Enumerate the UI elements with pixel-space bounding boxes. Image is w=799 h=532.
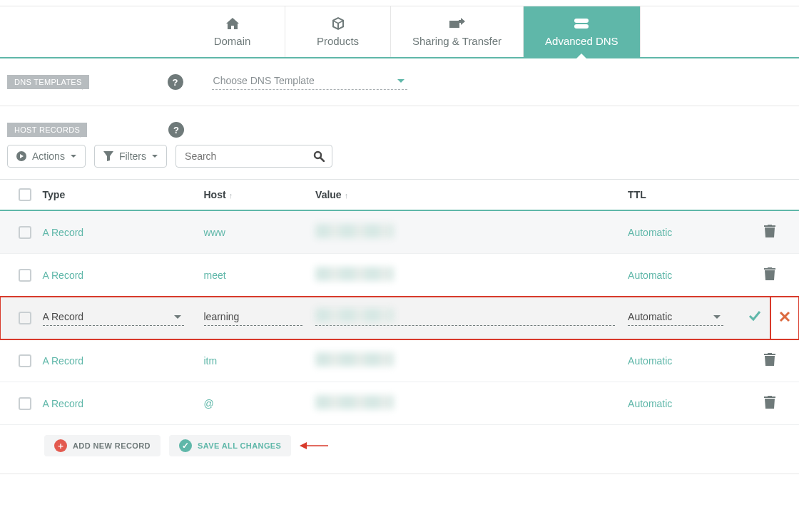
search-input[interactable]: [183, 145, 313, 167]
chevron-down-icon: [152, 155, 158, 160]
checkmark-icon: ✓: [179, 439, 192, 452]
cancel-icon[interactable]: [770, 297, 798, 339]
save-label: SAVE ALL CHANGES: [198, 441, 281, 450]
row-checkbox[interactable]: [19, 312, 31, 324]
host-cell[interactable]: meet: [204, 270, 226, 281]
tabs-spacer: [0, 6, 180, 57]
redacted-value: [315, 308, 394, 322]
svg-rect-0: [574, 19, 589, 23]
chevron-down-icon: [71, 155, 76, 160]
help-icon[interactable]: ?: [168, 74, 183, 90]
delete-icon[interactable]: [764, 225, 775, 240]
ttl-cell[interactable]: Automatic: [628, 270, 672, 281]
row-checkbox[interactable]: [19, 226, 31, 239]
search-icon: [313, 150, 325, 162]
dns-template-select[interactable]: Choose DNS Template: [212, 75, 407, 90]
sort-asc-icon: ↑: [229, 191, 233, 200]
type-select[interactable]: [43, 310, 184, 326]
annotation-arrow-icon: [300, 441, 328, 451]
delete-icon[interactable]: [764, 267, 775, 282]
table-row: A Record@Automatic: [0, 382, 799, 425]
dns-templates-tag: DNS TEMPLATES: [7, 75, 89, 89]
box-icon: [307, 16, 369, 31]
table-row: A RecordmeetAutomatic: [0, 254, 799, 297]
tab-products-label: Products: [307, 35, 369, 47]
funnel-icon: [103, 151, 113, 161]
chevron-down-icon: [174, 315, 181, 322]
filters-label: Filters: [119, 150, 146, 162]
main-tabs: Domain Products Sharing & Transfer Advan…: [0, 6, 799, 58]
tab-products[interactable]: Products: [285, 6, 391, 57]
table-row: [0, 297, 799, 339]
ttl-cell[interactable]: Automatic: [628, 398, 672, 409]
save-all-changes-button[interactable]: ✓ SAVE ALL CHANGES: [169, 435, 291, 456]
host-cell[interactable]: @: [204, 398, 214, 409]
plus-icon: ＋: [54, 439, 67, 452]
col-ttl[interactable]: TTL: [628, 189, 748, 200]
add-new-record-button[interactable]: ＋ ADD NEW RECORD: [44, 435, 161, 456]
home-icon: [201, 16, 263, 31]
ttl-cell[interactable]: Automatic: [628, 227, 672, 238]
ttl-select[interactable]: [628, 310, 723, 326]
ttl-cell[interactable]: Automatic: [628, 355, 672, 367]
share-icon: [412, 16, 502, 31]
delete-icon[interactable]: [764, 396, 775, 411]
type-cell[interactable]: A Record: [43, 355, 84, 367]
help-icon[interactable]: ?: [168, 122, 184, 138]
table-row: A RecordwwwAutomatic: [0, 211, 799, 254]
search-box[interactable]: [175, 145, 332, 168]
records-table: Type Host↑ Value↑ TTL A RecordwwwAutomat…: [0, 179, 799, 425]
stack-icon: [545, 16, 619, 31]
redacted-value: [315, 395, 394, 409]
tab-advanced-label: Advanced DNS: [545, 35, 619, 47]
play-circle-icon: [16, 151, 26, 161]
col-value[interactable]: Value↑: [315, 189, 628, 200]
type-cell[interactable]: A Record: [43, 227, 84, 238]
delete-icon[interactable]: [764, 353, 775, 368]
col-type[interactable]: Type: [43, 189, 204, 200]
table-row: A RecorditmAutomatic: [0, 339, 799, 382]
add-label: ADD NEW RECORD: [73, 441, 151, 450]
table-header: Type Host↑ Value↑ TTL: [0, 179, 799, 211]
host-cell[interactable]: itm: [204, 355, 218, 367]
tab-domain-label: Domain: [201, 35, 263, 47]
section-host-records: HOST RECORDS ?: [0, 106, 799, 145]
tab-advanced-dns[interactable]: Advanced DNS: [524, 6, 641, 57]
row-checkbox[interactable]: [19, 397, 31, 410]
type-cell[interactable]: A Record: [43, 270, 84, 281]
host-cell[interactable]: www: [204, 227, 225, 238]
tab-domain[interactable]: Domain: [180, 6, 285, 57]
row-checkbox[interactable]: [19, 269, 31, 282]
tab-sharing-label: Sharing & Transfer: [412, 35, 502, 47]
host-input[interactable]: [204, 310, 302, 326]
redacted-value: [315, 267, 394, 281]
host-records-tag: HOST RECORDS: [7, 123, 87, 137]
filters-button[interactable]: Filters: [94, 145, 167, 168]
records-toolbar: Actions Filters: [0, 145, 799, 179]
type-cell[interactable]: A Record: [43, 398, 84, 409]
svg-rect-1: [574, 24, 589, 29]
actions-button[interactable]: Actions: [7, 145, 86, 168]
confirm-icon[interactable]: [748, 310, 761, 326]
table-footer: ＋ ADD NEW RECORD ✓ SAVE ALL CHANGES: [0, 425, 799, 474]
svg-line-4: [320, 158, 324, 161]
sort-asc-icon: ↑: [345, 191, 349, 200]
chevron-down-icon: [713, 315, 721, 322]
tab-sharing[interactable]: Sharing & Transfer: [391, 6, 524, 57]
select-all-checkbox[interactable]: [19, 188, 31, 201]
redacted-value: [315, 224, 394, 238]
col-host[interactable]: Host↑: [204, 189, 316, 200]
redacted-value: [315, 352, 394, 367]
actions-label: Actions: [32, 150, 65, 162]
row-checkbox[interactable]: [19, 354, 31, 367]
section-dns-templates: DNS TEMPLATES ? Choose DNS Template: [0, 58, 799, 106]
